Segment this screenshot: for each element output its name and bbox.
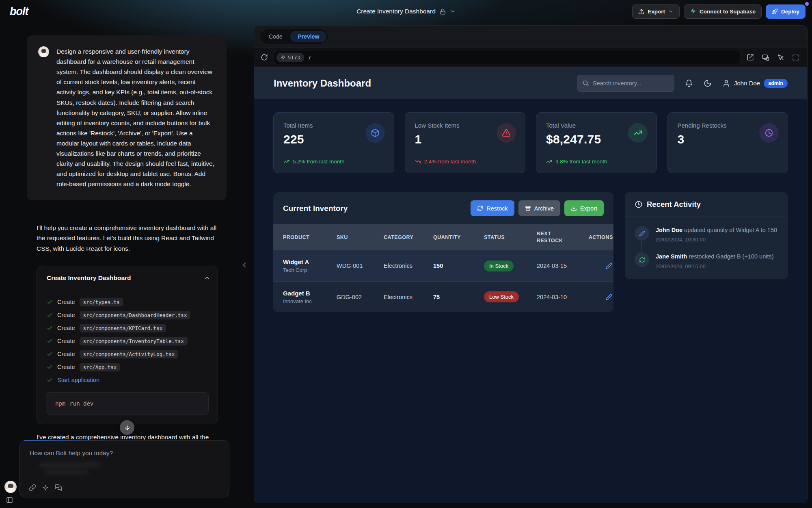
url-field[interactable]: 5173 / [274, 51, 741, 64]
chat-input-box[interactable] [19, 440, 229, 497]
check-icon [47, 299, 53, 305]
export-button[interactable]: Export [632, 4, 680, 19]
notification-dot [805, 2, 809, 6]
activity-timestamp: 20/02/2024, 09:15:00 [656, 263, 774, 269]
open-external-icon[interactable] [747, 54, 754, 61]
quantity-cell[interactable]: 75 [433, 294, 484, 300]
chat-input[interactable] [30, 449, 219, 457]
chat-mode-icon[interactable] [55, 484, 62, 491]
trending-up-icon [546, 158, 552, 165]
editor-tabs-row: Code Preview [254, 26, 807, 48]
chevron-up-icon [204, 275, 210, 281]
file-chip[interactable]: src/components/KPICard.tsx [80, 324, 166, 332]
user-icon [722, 79, 730, 87]
file-chip[interactable]: src/types.ts [80, 298, 123, 306]
edit-pencil-icon[interactable] [606, 263, 613, 269]
bell-icon[interactable] [685, 79, 693, 87]
user-avatar [38, 46, 49, 57]
clock-icon [759, 123, 779, 143]
bolt-logo[interactable]: bolt [6, 5, 28, 18]
file-chip[interactable]: src/components/InventoryTable.tsx [80, 337, 188, 345]
alert-triangle-icon [497, 123, 516, 143]
restock-button[interactable]: Restock [471, 200, 514, 216]
step-row: Create src/components/InventoryTable.tsx [47, 334, 208, 347]
trending-up-icon [628, 123, 648, 143]
app-preview: Inventory Dashboard John Doe admin [254, 67, 807, 503]
step-row: Create src/components/KPICard.tsx [47, 321, 208, 334]
lock-icon [440, 9, 446, 15]
trending-down-icon [415, 158, 421, 165]
terminal-command: npmrun dev [46, 392, 209, 415]
user-message-text: Design a responsive and user-friendly in… [56, 46, 214, 189]
check-icon [47, 351, 53, 357]
arrow-down-icon [124, 424, 131, 431]
file-chip[interactable]: src/components/DashboardHeader.tsx [80, 311, 191, 319]
artifact-card: Create Inventory Dashboard Create src/ty… [37, 266, 218, 424]
search-icon [582, 80, 589, 87]
user-avatar [4, 481, 17, 493]
kpi-delta: 2.4% from last month [415, 158, 476, 165]
topbar-actions: Export Connect to Supabase Deploy [632, 4, 806, 19]
edit-pencil-icon[interactable] [606, 294, 613, 300]
step-row: Create src/types.ts [47, 295, 208, 308]
collapse-chat-chevron[interactable] [240, 261, 248, 269]
chat-panel: Design a responsive and user-friendly in… [0, 23, 254, 508]
profile-avatar-button[interactable] [4, 481, 17, 493]
download-icon [571, 205, 577, 211]
activity-header: Recent Activity [625, 192, 788, 217]
kpi-delta: 3.8% from last month [546, 158, 607, 165]
scroll-to-bottom-button[interactable] [120, 420, 134, 435]
step-row: Create src/components/DashboardHeader.ts… [47, 308, 208, 321]
archive-button[interactable]: Archive [518, 200, 560, 216]
tab-code[interactable]: Code [261, 31, 289, 42]
step-row-start: Start application [47, 373, 208, 386]
dashboard-sections: Current Inventory Restock Archive [273, 192, 788, 312]
enhance-sparkles-icon[interactable] [42, 484, 49, 491]
kpi-card-low-stock: Low Stock Items 1 2.4% from last month [405, 112, 526, 173]
table-row: Gadget B Innovate Inc GDG-002 Electronic… [273, 281, 613, 312]
quantity-cell[interactable]: 150 [433, 263, 484, 269]
devices-icon[interactable] [762, 54, 769, 61]
search-input[interactable] [593, 80, 669, 87]
supabase-bolt-icon [690, 8, 696, 15]
link-attach-icon[interactable] [29, 484, 36, 491]
project-title-menu[interactable]: Create Inventory Dashboard [356, 0, 456, 23]
sidebar-toggle-icon[interactable] [6, 497, 13, 504]
fullscreen-icon[interactable] [792, 54, 799, 61]
file-chip[interactable]: src/components/ActivityLog.tsx [80, 350, 179, 358]
step-row: Create src/components/ActivityLog.tsx [47, 347, 208, 360]
collapse-artifact-button[interactable] [196, 266, 218, 290]
deploy-button[interactable]: Deploy [766, 4, 806, 19]
kpi-row: Total Items 225 5.2% from last month Low… [273, 112, 788, 173]
file-chip[interactable]: src/App.tsx [80, 363, 121, 371]
activity-item: Jane Smith restocked Gadget B (+100 unit… [635, 252, 778, 269]
archive-icon [525, 205, 531, 211]
reload-icon[interactable] [261, 54, 268, 61]
inventory-search[interactable] [577, 75, 674, 92]
clock-icon [635, 200, 643, 208]
activity-item: John Doe updated quantity of Widget A to… [635, 226, 778, 243]
bolt-workspace: bolt Create Inventory Dashboard Export C… [0, 0, 812, 508]
status-badge: In Stock [484, 261, 514, 271]
inspector-cursor-icon[interactable] [777, 54, 784, 61]
kpi-card-total-items: Total Items 225 5.2% from last month [273, 112, 394, 173]
trending-up-icon [283, 158, 289, 165]
current-inventory-card: Current Inventory Restock Archive [273, 192, 613, 312]
kpi-card-pending-restocks: Pending Restocks 3 [667, 112, 788, 173]
user-menu[interactable]: John Doe admin [722, 79, 788, 88]
dark-mode-moon-icon[interactable] [704, 79, 712, 87]
export-csv-button[interactable]: Export [564, 200, 604, 216]
check-icon [47, 338, 53, 344]
table-row: Widget A Tech Corp WDG-001 Electronics 1… [273, 250, 613, 281]
start-application-link[interactable]: Start application [57, 377, 99, 383]
connect-supabase-button[interactable]: Connect to Supabase [684, 4, 762, 19]
check-icon [47, 364, 53, 370]
code-preview-toggle: Code Preview [259, 29, 328, 44]
tab-preview[interactable]: Preview [290, 31, 326, 42]
activity-timestamp: 20/02/2024, 10:30:00 [656, 237, 777, 243]
recent-activity-card: Recent Activity John Doe updated quantit… [625, 192, 788, 279]
pencil-icon [635, 226, 649, 241]
bulk-actions: Restock Archive Export [471, 200, 604, 216]
chevron-down-icon [668, 9, 674, 14]
artifact-header[interactable]: Create Inventory Dashboard [37, 266, 218, 290]
